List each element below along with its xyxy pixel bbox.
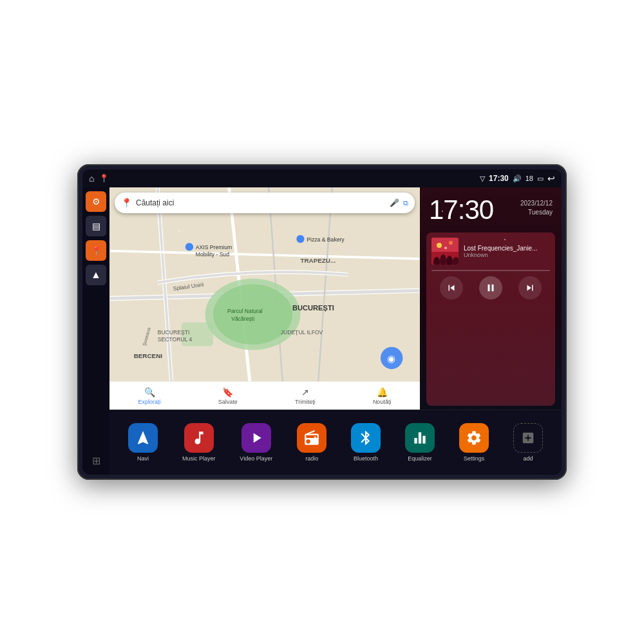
- map-bottom-bar: 🔍 Explorați 🔖 Salvate ↗ Trimiteți: [109, 381, 420, 410]
- layer-icon[interactable]: ⧉: [403, 199, 408, 207]
- explore-label: Explorați: [138, 399, 161, 405]
- map-tab-explore[interactable]: 🔍 Explorați: [138, 387, 161, 405]
- right-panel: 17:30 2023/12/12 Tuesday: [420, 187, 562, 410]
- home-icon[interactable]: ⌂: [89, 173, 94, 184]
- pause-button[interactable]: [479, 276, 502, 299]
- sidebar-settings-btn[interactable]: ⚙: [86, 191, 106, 212]
- battery-icon: ▭: [537, 175, 544, 183]
- music-player-label: Music Player: [182, 455, 216, 462]
- equalizer-label: Equalizer: [408, 455, 432, 462]
- navi-icon: [128, 423, 158, 453]
- svg-text:AXIS Premium: AXIS Premium: [196, 244, 232, 251]
- settings-icon: ⚙: [92, 196, 100, 207]
- add-icon: [513, 423, 543, 453]
- sidebar-inbox-btn[interactable]: ▤: [86, 216, 106, 236]
- status-right: ▽ 17:30 🔊 18 ▭ ↩: [480, 173, 555, 184]
- updates-label: Noutăți: [373, 399, 392, 405]
- back-icon[interactable]: ↩: [547, 173, 555, 184]
- map-search-bar[interactable]: 📍 Căutați aici 🎤 ⧉: [115, 193, 415, 213]
- saved-label: Salvate: [218, 399, 238, 405]
- video-player-label: Video Player: [240, 455, 272, 462]
- share-label: Trimiteți: [295, 399, 316, 405]
- google-maps-pin-icon: 📍: [121, 198, 132, 208]
- svg-text:Parcul Natural: Parcul Natural: [227, 308, 263, 314]
- sidebar-nav-btn[interactable]: ▲: [86, 265, 106, 285]
- app-music-player[interactable]: Music Player: [182, 423, 216, 462]
- add-label: add: [523, 455, 533, 462]
- app-settings[interactable]: Settings: [459, 423, 489, 462]
- center-content: TRAPEZU... BUCUREȘTI JUDEȚUL ILFOV BUCUR…: [109, 187, 562, 475]
- music-track-details: Lost Frequencies_Janie... Unknown: [464, 245, 550, 258]
- bluetooth-icon: [351, 423, 381, 453]
- volume-icon: 🔊: [513, 175, 522, 183]
- svg-text:TRAPEZU...: TRAPEZU...: [300, 257, 336, 264]
- device-frame: ⌂ 📍 ▽ 17:30 🔊 18 ▭ ↩ ⚙ ▤: [77, 164, 567, 480]
- status-bar: ⌂ 📍 ▽ 17:30 🔊 18 ▭ ↩: [82, 169, 562, 187]
- svg-text:SECTORUL 4: SECTORUL 4: [158, 336, 193, 343]
- updates-icon: 🔔: [377, 387, 388, 397]
- app-equalizer[interactable]: Equalizer: [405, 423, 435, 462]
- time-display: 17:30: [489, 174, 509, 183]
- status-left: ⌂ 📍: [89, 173, 109, 184]
- clock-section: 17:30 2023/12/12 Tuesday: [420, 187, 562, 229]
- microphone-icon[interactable]: 🎤: [390, 198, 399, 207]
- svg-text:BERCENI: BERCENI: [134, 352, 163, 359]
- navi-label: Navi: [137, 455, 149, 462]
- map-tab-saved[interactable]: 🔖 Salvate: [218, 387, 238, 405]
- music-title: Lost Frequencies_Janie...: [464, 245, 550, 252]
- svg-point-20: [185, 243, 193, 251]
- map-tab-share[interactable]: ↗ Trimiteți: [295, 387, 316, 405]
- share-icon: ↗: [301, 387, 309, 397]
- prev-button[interactable]: [440, 276, 463, 299]
- maps-icon[interactable]: 📍: [99, 174, 109, 183]
- top-section: TRAPEZU... BUCUREȘTI JUDEȚUL ILFOV BUCUR…: [109, 187, 562, 410]
- app-video-player[interactable]: Video Player: [240, 423, 272, 462]
- album-art: [431, 238, 459, 265]
- clock-date-display: 2023/12/12 Tuesday: [520, 199, 553, 217]
- left-sidebar: ⚙ ▤ 📍 ▲ ⊞: [82, 187, 109, 475]
- app-add[interactable]: add: [513, 423, 543, 462]
- svg-text:Pizza & Bakery: Pizza & Bakery: [307, 236, 345, 243]
- music-section: Lost Frequencies_Janie... Unknown: [426, 232, 555, 406]
- device-screen: ⌂ 📍 ▽ 17:30 🔊 18 ▭ ↩ ⚙ ▤: [82, 169, 562, 475]
- grid-icon: ⊞: [92, 455, 100, 467]
- settings-app-label: Settings: [464, 455, 485, 462]
- music-track-info: Lost Frequencies_Janie... Unknown: [431, 238, 550, 265]
- map-svg: TRAPEZU... BUCUREȘTI JUDEȚUL ILFOV BUCUR…: [109, 187, 420, 410]
- sidebar-map-btn[interactable]: 📍: [86, 240, 106, 261]
- bluetooth-label: Bluetooth: [354, 455, 378, 462]
- radio-icon: [297, 423, 327, 453]
- map-tab-updates[interactable]: 🔔 Noutăți: [373, 387, 392, 405]
- video-player-icon: [242, 423, 271, 453]
- music-artist: Unknown: [464, 252, 550, 258]
- app-radio[interactable]: radio: [297, 423, 327, 462]
- radio-label: radio: [305, 455, 318, 462]
- clock-day: Tuesday: [520, 208, 553, 217]
- music-player-icon: [184, 423, 214, 453]
- wifi-icon: ▽: [480, 175, 485, 183]
- app-bluetooth[interactable]: Bluetooth: [351, 423, 381, 462]
- svg-text:BUCUREȘTI: BUCUREȘTI: [158, 329, 190, 336]
- music-progress-bar[interactable]: [431, 270, 550, 271]
- svg-point-38: [444, 247, 447, 249]
- svg-text:BUCUREȘTI: BUCUREȘTI: [292, 304, 334, 312]
- explore-icon: 🔍: [144, 387, 155, 397]
- bottom-apps: Navi Music Player: [109, 410, 562, 475]
- svg-text:◉: ◉: [387, 354, 395, 364]
- music-controls: [431, 276, 550, 299]
- search-placeholder-text[interactable]: Căutați aici: [136, 198, 386, 207]
- clock-time-display: 17:30: [429, 196, 493, 223]
- sidebar-grid-btn[interactable]: ⊞: [86, 450, 106, 471]
- equalizer-icon: [405, 423, 435, 453]
- next-button[interactable]: [518, 276, 542, 299]
- svg-text:Mobility - Sud: Mobility - Sud: [196, 251, 229, 258]
- inbox-icon: ▤: [92, 221, 100, 231]
- app-navi[interactable]: Navi: [128, 423, 158, 462]
- svg-text:JUDEȚUL ILFOV: JUDEȚUL ILFOV: [281, 329, 323, 336]
- map-container[interactable]: TRAPEZU... BUCUREȘTI JUDEȚUL ILFOV BUCUR…: [109, 187, 420, 410]
- saved-icon: 🔖: [222, 387, 233, 397]
- battery-number: 18: [526, 175, 533, 182]
- nav-icon: ▲: [91, 269, 101, 281]
- map-icon: 📍: [91, 245, 102, 256]
- main-content: ⚙ ▤ 📍 ▲ ⊞: [82, 187, 562, 475]
